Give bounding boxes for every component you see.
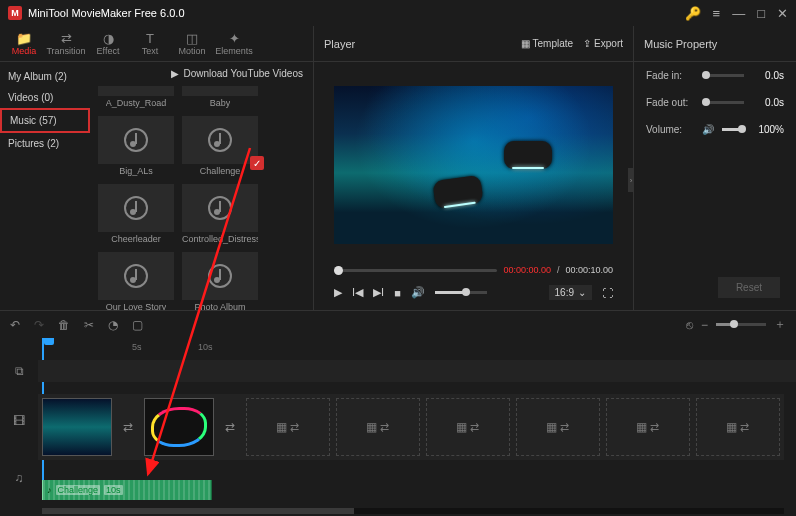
- video-clip-2[interactable]: [144, 398, 214, 456]
- app-logo: M: [8, 6, 22, 20]
- sidebar-item-0[interactable]: My Album (2): [0, 66, 90, 87]
- download-youtube-link[interactable]: Download YouTube Videos: [183, 68, 303, 79]
- music-item-label: Photo Album: [194, 302, 245, 310]
- speaker-icon: 🔊: [702, 124, 714, 135]
- zoom-slider[interactable]: [716, 323, 766, 326]
- music-item-label: A_Dusty_Road: [106, 98, 167, 108]
- fade-in-slider[interactable]: [702, 74, 744, 77]
- volume-value: 100%: [752, 124, 784, 135]
- fade-out-label: Fade out:: [646, 97, 694, 108]
- music-item-photo-album[interactable]: Photo Album: [182, 252, 258, 310]
- placeholder-clip-3[interactable]: ▦⇄: [426, 398, 510, 456]
- sidebar-item-3[interactable]: Pictures (2): [0, 133, 90, 154]
- placeholder-clip-6[interactable]: ▦⇄: [696, 398, 780, 456]
- zoom-out-button[interactable]: −: [701, 318, 708, 332]
- template-button[interactable]: ▦Template: [521, 38, 574, 49]
- time-current: 00:00:00.00: [503, 265, 551, 275]
- elements-icon: ✦: [229, 31, 240, 45]
- tab-text[interactable]: TText: [130, 27, 170, 61]
- music-item-label: Controlled_Distress: [182, 234, 258, 244]
- music-property-title: Music Property: [634, 26, 796, 62]
- music-item-controlled-distress[interactable]: Controlled_Distress: [182, 184, 258, 244]
- transition-slot-2[interactable]: ⇄: [220, 398, 240, 456]
- fade-in-label: Fade in:: [646, 70, 694, 81]
- video-preview: [334, 86, 613, 244]
- music-thumb-icon: [208, 196, 232, 220]
- volume-icon[interactable]: 🔊: [411, 286, 425, 299]
- transition-slot-1[interactable]: ⇄: [118, 398, 138, 456]
- music-item-label: Cheerleader: [111, 234, 161, 244]
- video-track[interactable]: ⇄ ⇄ ▦⇄ ▦⇄ ▦⇄ ▦⇄ ▦⇄ ▦⇄: [38, 394, 784, 460]
- music-thumb-icon: [124, 264, 148, 288]
- music-thumb-icon: [124, 128, 148, 152]
- media-track-icon: ⧉: [0, 360, 38, 382]
- music-item-cheerleader[interactable]: Cheerleader: [98, 184, 174, 244]
- effect-icon: ◑: [103, 31, 114, 45]
- maximize-button[interactable]: □: [757, 6, 765, 21]
- volume-label: Volume:: [646, 124, 694, 135]
- export-button[interactable]: ⇪Export: [583, 38, 623, 49]
- music-item-our-love-story[interactable]: Our Love Story: [98, 252, 174, 310]
- player-title: Player: [324, 38, 511, 50]
- speed-button[interactable]: ◔: [108, 318, 118, 332]
- stop-button[interactable]: ■: [394, 287, 401, 299]
- tab-media[interactable]: 📁Media: [4, 27, 44, 61]
- tab-motion[interactable]: ◫Motion: [172, 27, 212, 61]
- text-icon: T: [146, 31, 154, 45]
- time-total: 00:00:10.00: [565, 265, 613, 275]
- placeholder-clip-4[interactable]: ▦⇄: [516, 398, 600, 456]
- fade-out-slider[interactable]: [702, 101, 744, 104]
- minimize-button[interactable]: —: [732, 6, 745, 21]
- sidebar-item-2[interactable]: Music (57): [0, 108, 90, 133]
- music-thumb-icon: [124, 196, 148, 220]
- export-icon: ⇪: [583, 38, 591, 49]
- placeholder-clip-5[interactable]: ▦⇄: [606, 398, 690, 456]
- music-item-baby[interactable]: Baby: [182, 86, 258, 108]
- timeline-scrollbar[interactable]: [42, 508, 784, 514]
- fade-out-value: 0.0s: [752, 97, 784, 108]
- sidebar-item-1[interactable]: Videos (0): [0, 87, 90, 108]
- zoom-in-button[interactable]: ＋: [774, 316, 786, 333]
- fullscreen-button[interactable]: ⛶: [602, 287, 613, 299]
- music-item-challenge[interactable]: ✓Challenge: [182, 116, 258, 176]
- audio-track-icon: ♫: [0, 460, 38, 496]
- volume-slider[interactable]: [435, 291, 487, 294]
- undo-button[interactable]: ↶: [10, 318, 20, 332]
- music-item-a-dusty-road[interactable]: A_Dusty_Road: [98, 86, 174, 108]
- panel-collapse-handle[interactable]: ›: [628, 168, 634, 192]
- next-frame-button[interactable]: ▶I: [373, 286, 384, 299]
- volume-slider-prop[interactable]: [722, 128, 744, 131]
- upgrade-key-icon[interactable]: 🔑: [685, 6, 701, 21]
- reset-button[interactable]: Reset: [718, 277, 780, 298]
- audio-clip-label: Challenge: [56, 485, 101, 495]
- audio-track[interactable]: ♪ Challenge 10s: [38, 478, 784, 502]
- video-track-icon: 🎞: [0, 382, 38, 460]
- youtube-icon: ▶: [171, 68, 179, 79]
- music-item-big-als[interactable]: Big_ALs: [98, 116, 174, 176]
- tab-transition[interactable]: ⇄Transition: [46, 27, 86, 61]
- delete-button[interactable]: 🗑: [58, 318, 70, 332]
- tab-effect[interactable]: ◑Effect: [88, 27, 128, 61]
- crop-button[interactable]: ▢: [132, 318, 143, 332]
- close-button[interactable]: ✕: [777, 6, 788, 21]
- menu-icon[interactable]: ≡: [713, 6, 721, 21]
- split-button[interactable]: ✂: [84, 318, 94, 332]
- placeholder-clip-2[interactable]: ▦⇄: [336, 398, 420, 456]
- music-item-label: Big_ALs: [119, 166, 153, 176]
- aspect-ratio-select[interactable]: 16:9 ⌄: [549, 285, 592, 300]
- chevron-down-icon: ⌄: [578, 287, 586, 298]
- video-clip-1[interactable]: [42, 398, 112, 456]
- tab-elements[interactable]: ✦Elements: [214, 27, 254, 61]
- redo-button[interactable]: ↷: [34, 318, 44, 332]
- audio-clip-challenge[interactable]: ♪ Challenge 10s: [42, 480, 212, 500]
- overlay-track[interactable]: [38, 360, 796, 382]
- motion-icon: ◫: [186, 31, 198, 45]
- prev-frame-button[interactable]: I◀: [352, 286, 363, 299]
- media-icon: 📁: [16, 31, 32, 45]
- placeholder-clip-1[interactable]: ▦⇄: [246, 398, 330, 456]
- audio-settings-icon[interactable]: ⎋: [686, 318, 693, 332]
- play-button[interactable]: ▶: [334, 286, 342, 299]
- music-item-label: Baby: [210, 98, 231, 108]
- seek-bar[interactable]: [334, 269, 497, 272]
- timeline-ruler[interactable]: 5s 10s: [38, 338, 796, 360]
